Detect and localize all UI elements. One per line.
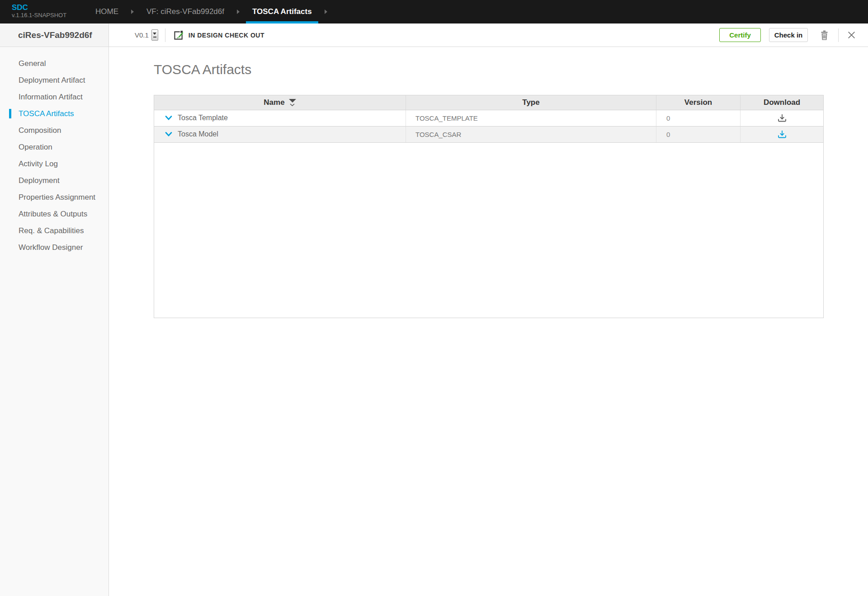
version-selector[interactable] (151, 29, 158, 41)
sidebar-item-label: Deployment (19, 176, 60, 185)
app-logo-title: SDC (12, 4, 90, 12)
artifact-name-cell: Tosca Template (154, 110, 406, 126)
sidebar: ciRes-VFab992d6f General Deployment Arti… (0, 23, 109, 596)
chevron-down-icon (165, 132, 172, 137)
sidebar-item-label: Information Artifact (19, 93, 83, 102)
tab-vf-cires[interactable]: VF: ciRes-VFab992d6f (140, 0, 231, 23)
chevron-down-icon (153, 33, 156, 35)
breadcrumb: HOME VF: ciRes-VFab992d6f TOSCA Artifact… (89, 0, 334, 23)
lifecycle-status-badge: IN DESIGN CHECK OUT (189, 32, 264, 39)
expand-row-button[interactable] (165, 116, 172, 121)
sidebar-item-label: Req. & Capabilities (19, 226, 84, 235)
toolbar-divider (165, 28, 165, 42)
delete-button[interactable] (820, 29, 829, 41)
component-toolbar: V0.1 IN DESIGN CHECK OUT Certify Check i… (109, 23, 868, 47)
column-header-version[interactable]: Version (656, 95, 741, 110)
sort-icon (289, 99, 296, 107)
download-icon (777, 113, 787, 122)
column-header-label: Download (764, 98, 800, 107)
artifact-type-cell: TOSCA_CSAR (406, 127, 656, 142)
certify-button[interactable]: Certify (719, 28, 761, 42)
tab-tosca-label: TOSCA Artifacts (252, 7, 312, 16)
trash-icon (820, 29, 829, 41)
check-in-button[interactable]: Check in (769, 28, 808, 42)
tosca-artifacts-table: Name Type Version (154, 95, 824, 318)
artifact-name-cell: Tosca Model (154, 127, 406, 142)
artifact-version: 0 (666, 114, 670, 122)
version-label: V0.1 (135, 31, 149, 39)
main-content: TOSCA Artifacts Name Type (109, 47, 868, 318)
artifact-name: Tosca Template (178, 114, 228, 122)
page-title: TOSCA Artifacts (154, 62, 868, 77)
spinner-bar-icon (153, 37, 156, 38)
sidebar-item-attributes-outputs[interactable]: Attributes & Outputs (0, 206, 108, 222)
sidebar-menu: General Deployment Artifact Information … (0, 47, 108, 256)
sidebar-item-label: Properties Assignment (19, 193, 95, 202)
sidebar-item-label: Attributes & Outputs (19, 210, 87, 219)
sidebar-item-label: Activity Log (19, 160, 58, 169)
table-header-row: Name Type Version (154, 95, 823, 110)
active-tab-underline (246, 21, 318, 23)
tab-tosca-artifacts[interactable]: TOSCA Artifacts (246, 0, 318, 23)
column-header-label: Name (264, 98, 284, 107)
download-button[interactable] (777, 130, 787, 139)
tab-vf-label: VF: ciRes-VFab992d6f (146, 7, 224, 16)
artifact-version-cell: 0 (656, 110, 741, 126)
expand-row-button[interactable] (165, 132, 172, 137)
sidebar-item-label: Operation (19, 143, 52, 152)
artifact-type-cell: TOSCA_TEMPLATE (406, 110, 656, 126)
artifact-name: Tosca Model (178, 130, 218, 138)
artifact-download-cell (741, 127, 823, 142)
breadcrumb-separator-icon (237, 9, 240, 14)
app-logo: SDC v.1.16.1-SNAPSHOT (0, 0, 90, 23)
sidebar-item-label: Workflow Designer (19, 243, 83, 252)
top-navigation-bar: SDC v.1.16.1-SNAPSHOT HOME VF: ciRes-VFa… (0, 0, 868, 23)
tab-home[interactable]: HOME (89, 0, 125, 23)
sidebar-item-operation[interactable]: Operation (0, 139, 108, 155)
sidebar-item-workflow-designer[interactable]: Workflow Designer (0, 239, 108, 256)
sidebar-item-information-artifact[interactable]: Information Artifact (0, 89, 108, 105)
sidebar-item-general[interactable]: General (0, 55, 108, 72)
sidebar-item-label: General (19, 59, 46, 68)
close-icon (848, 31, 855, 39)
column-header-label: Version (684, 98, 712, 107)
edit-checkout-icon (172, 29, 184, 41)
sidebar-item-activity-log[interactable]: Activity Log (0, 155, 108, 172)
table-row: Tosca Model TOSCA_CSAR 0 (154, 127, 823, 143)
chevron-down-icon (165, 116, 172, 121)
download-icon (777, 130, 787, 139)
artifact-version-cell: 0 (656, 127, 741, 142)
artifact-download-cell (741, 110, 823, 126)
table-row: Tosca Template TOSCA_TEMPLATE 0 (154, 110, 823, 127)
sidebar-item-label: Deployment Artifact (19, 76, 85, 85)
sidebar-item-req-capabilities[interactable]: Req. & Capabilities (0, 222, 108, 239)
close-button[interactable] (848, 31, 855, 39)
tab-home-label: HOME (95, 7, 118, 16)
breadcrumb-separator-icon (131, 9, 134, 14)
sidebar-item-tosca-artifacts[interactable]: TOSCA Artifacts (0, 105, 108, 122)
app-version-label: v.1.16.1-SNAPSHOT (12, 12, 90, 19)
artifact-type: TOSCA_TEMPLATE (415, 114, 478, 122)
active-item-indicator (9, 109, 11, 118)
breadcrumb-separator-icon (325, 9, 327, 14)
sidebar-item-composition[interactable]: Composition (0, 122, 108, 139)
download-button[interactable] (777, 113, 787, 122)
sidebar-item-deployment[interactable]: Deployment (0, 172, 108, 189)
sidebar-component-title: ciRes-VFab992d6f (0, 23, 108, 47)
column-header-label: Type (522, 98, 539, 107)
column-header-type[interactable]: Type (406, 95, 656, 110)
column-header-download[interactable]: Download (741, 95, 823, 110)
sidebar-item-deployment-artifact[interactable]: Deployment Artifact (0, 72, 108, 89)
artifact-type: TOSCA_CSAR (415, 131, 461, 138)
sidebar-item-label: TOSCA Artifacts (19, 109, 74, 118)
artifact-version: 0 (666, 131, 670, 138)
sidebar-item-properties-assignment[interactable]: Properties Assignment (0, 189, 108, 206)
sidebar-item-label: Composition (19, 126, 61, 135)
column-header-name[interactable]: Name (154, 95, 406, 110)
toolbar-divider (838, 28, 839, 42)
